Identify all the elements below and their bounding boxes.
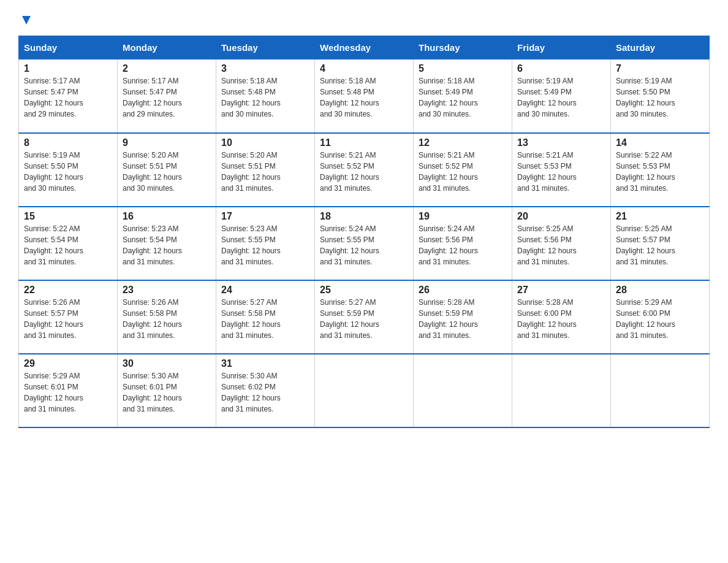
day-info: Sunrise: 5:30 AMSunset: 6:01 PMDaylight:… — [123, 370, 211, 415]
day-number: 8 — [24, 137, 112, 148]
day-number: 15 — [24, 211, 112, 222]
day-number: 23 — [123, 285, 211, 296]
day-info: Sunrise: 5:20 AMSunset: 5:51 PMDaylight:… — [221, 150, 309, 194]
calendar-cell: 12 Sunrise: 5:21 AMSunset: 5:52 PMDaylig… — [414, 133, 512, 207]
day-info: Sunrise: 5:22 AMSunset: 5:53 PMDaylight:… — [616, 150, 704, 194]
calendar-header: SundayMondayTuesdayWednesdayThursdayFrid… — [19, 36, 710, 59]
day-info: Sunrise: 5:27 AMSunset: 5:58 PMDaylight:… — [221, 297, 309, 341]
calendar-cell — [611, 354, 710, 427]
calendar-cell — [315, 354, 414, 427]
calendar-cell: 10 Sunrise: 5:20 AMSunset: 5:51 PMDaylig… — [216, 133, 315, 207]
calendar-cell: 1 Sunrise: 5:17 AMSunset: 5:47 PMDayligh… — [19, 59, 118, 133]
calendar-cell: 30 Sunrise: 5:30 AMSunset: 6:01 PMDaylig… — [118, 354, 216, 427]
calendar-cell: 3 Sunrise: 5:18 AMSunset: 5:48 PMDayligh… — [216, 59, 315, 133]
calendar-cell — [512, 354, 611, 427]
calendar-cell: 4 Sunrise: 5:18 AMSunset: 5:48 PMDayligh… — [315, 59, 414, 133]
page-header — [18, 12, 710, 23]
day-number: 12 — [419, 137, 507, 148]
day-info: Sunrise: 5:23 AMSunset: 5:54 PMDaylight:… — [123, 223, 211, 267]
day-info: Sunrise: 5:29 AMSunset: 6:00 PMDaylight:… — [616, 297, 704, 341]
weekday-header-monday: Monday — [118, 36, 216, 59]
calendar-cell — [414, 354, 512, 427]
day-info: Sunrise: 5:19 AMSunset: 5:50 PMDaylight:… — [24, 150, 112, 194]
day-number: 27 — [517, 285, 605, 296]
day-number: 5 — [419, 63, 507, 74]
day-number: 4 — [320, 63, 408, 74]
calendar-cell: 15 Sunrise: 5:22 AMSunset: 5:54 PMDaylig… — [19, 207, 118, 280]
calendar-week-row: 22 Sunrise: 5:26 AMSunset: 5:57 PMDaylig… — [19, 280, 710, 354]
calendar-week-row: 8 Sunrise: 5:19 AMSunset: 5:50 PMDayligh… — [19, 133, 710, 207]
calendar-cell: 2 Sunrise: 5:17 AMSunset: 5:47 PMDayligh… — [118, 59, 216, 133]
day-number: 16 — [123, 211, 211, 222]
day-number: 2 — [123, 63, 211, 74]
day-number: 3 — [221, 63, 309, 74]
calendar-cell: 22 Sunrise: 5:26 AMSunset: 5:57 PMDaylig… — [19, 280, 118, 354]
calendar-cell: 19 Sunrise: 5:24 AMSunset: 5:56 PMDaylig… — [414, 207, 512, 280]
day-info: Sunrise: 5:21 AMSunset: 5:52 PMDaylight:… — [419, 150, 507, 194]
day-number: 14 — [616, 137, 704, 148]
calendar-cell: 28 Sunrise: 5:29 AMSunset: 6:00 PMDaylig… — [611, 280, 710, 354]
day-number: 18 — [320, 211, 408, 222]
day-number: 30 — [123, 358, 211, 369]
calendar-cell: 7 Sunrise: 5:19 AMSunset: 5:50 PMDayligh… — [611, 59, 710, 133]
day-info: Sunrise: 5:25 AMSunset: 5:57 PMDaylight:… — [616, 223, 704, 267]
day-info: Sunrise: 5:25 AMSunset: 5:56 PMDaylight:… — [517, 223, 605, 267]
calendar-cell: 27 Sunrise: 5:28 AMSunset: 6:00 PMDaylig… — [512, 280, 611, 354]
day-info: Sunrise: 5:19 AMSunset: 5:50 PMDaylight:… — [616, 75, 704, 120]
weekday-header-tuesday: Tuesday — [216, 36, 315, 59]
day-info: Sunrise: 5:21 AMSunset: 5:53 PMDaylight:… — [517, 150, 605, 194]
day-info: Sunrise: 5:30 AMSunset: 6:02 PMDaylight:… — [221, 370, 309, 415]
day-info: Sunrise: 5:29 AMSunset: 6:01 PMDaylight:… — [24, 370, 112, 415]
calendar-table: SundayMondayTuesdayWednesdayThursdayFrid… — [18, 36, 710, 428]
calendar-cell: 5 Sunrise: 5:18 AMSunset: 5:49 PMDayligh… — [414, 59, 512, 133]
calendar-week-row: 29 Sunrise: 5:29 AMSunset: 6:01 PMDaylig… — [19, 354, 710, 427]
day-info: Sunrise: 5:28 AMSunset: 6:00 PMDaylight:… — [517, 297, 605, 341]
day-info: Sunrise: 5:19 AMSunset: 5:49 PMDaylight:… — [517, 75, 605, 120]
day-info: Sunrise: 5:26 AMSunset: 5:57 PMDaylight:… — [24, 297, 112, 341]
day-number: 6 — [517, 63, 605, 74]
day-number: 22 — [24, 285, 112, 296]
day-info: Sunrise: 5:18 AMSunset: 5:48 PMDaylight:… — [320, 75, 408, 120]
day-number: 13 — [517, 137, 605, 148]
day-info: Sunrise: 5:28 AMSunset: 5:59 PMDaylight:… — [419, 297, 507, 341]
day-info: Sunrise: 5:24 AMSunset: 5:55 PMDaylight:… — [320, 223, 408, 267]
day-number: 24 — [221, 285, 309, 296]
svg-marker-0 — [22, 16, 31, 25]
calendar-cell: 26 Sunrise: 5:28 AMSunset: 5:59 PMDaylig… — [414, 280, 512, 354]
day-number: 17 — [221, 211, 309, 222]
weekday-header-saturday: Saturday — [611, 36, 710, 59]
day-info: Sunrise: 5:18 AMSunset: 5:49 PMDaylight:… — [419, 75, 507, 120]
day-number: 25 — [320, 285, 408, 296]
day-number: 28 — [616, 285, 704, 296]
day-number: 19 — [419, 211, 507, 222]
calendar-cell: 18 Sunrise: 5:24 AMSunset: 5:55 PMDaylig… — [315, 207, 414, 280]
calendar-cell: 31 Sunrise: 5:30 AMSunset: 6:02 PMDaylig… — [216, 354, 315, 427]
day-number: 9 — [123, 137, 211, 148]
day-number: 10 — [221, 137, 309, 148]
calendar-body: 1 Sunrise: 5:17 AMSunset: 5:47 PMDayligh… — [19, 59, 710, 427]
weekday-header-row: SundayMondayTuesdayWednesdayThursdayFrid… — [19, 36, 710, 59]
day-info: Sunrise: 5:17 AMSunset: 5:47 PMDaylight:… — [123, 75, 211, 120]
day-number: 11 — [320, 137, 408, 148]
logo-arrow-icon — [20, 13, 33, 27]
day-number: 7 — [616, 63, 704, 74]
calendar-cell: 9 Sunrise: 5:20 AMSunset: 5:51 PMDayligh… — [118, 133, 216, 207]
day-number: 31 — [221, 358, 309, 369]
calendar-cell: 11 Sunrise: 5:21 AMSunset: 5:52 PMDaylig… — [315, 133, 414, 207]
weekday-header-sunday: Sunday — [19, 36, 118, 59]
day-info: Sunrise: 5:23 AMSunset: 5:55 PMDaylight:… — [221, 223, 309, 267]
day-number: 29 — [24, 358, 112, 369]
calendar-cell: 24 Sunrise: 5:27 AMSunset: 5:58 PMDaylig… — [216, 280, 315, 354]
logo — [18, 12, 33, 23]
day-info: Sunrise: 5:18 AMSunset: 5:48 PMDaylight:… — [221, 75, 309, 120]
day-info: Sunrise: 5:26 AMSunset: 5:58 PMDaylight:… — [123, 297, 211, 341]
day-number: 26 — [419, 285, 507, 296]
calendar-cell: 29 Sunrise: 5:29 AMSunset: 6:01 PMDaylig… — [19, 354, 118, 427]
calendar-cell: 20 Sunrise: 5:25 AMSunset: 5:56 PMDaylig… — [512, 207, 611, 280]
day-info: Sunrise: 5:20 AMSunset: 5:51 PMDaylight:… — [123, 150, 211, 194]
calendar-cell: 25 Sunrise: 5:27 AMSunset: 5:59 PMDaylig… — [315, 280, 414, 354]
weekday-header-wednesday: Wednesday — [315, 36, 414, 59]
calendar-cell: 13 Sunrise: 5:21 AMSunset: 5:53 PMDaylig… — [512, 133, 611, 207]
day-info: Sunrise: 5:21 AMSunset: 5:52 PMDaylight:… — [320, 150, 408, 194]
calendar-cell: 14 Sunrise: 5:22 AMSunset: 5:53 PMDaylig… — [611, 133, 710, 207]
